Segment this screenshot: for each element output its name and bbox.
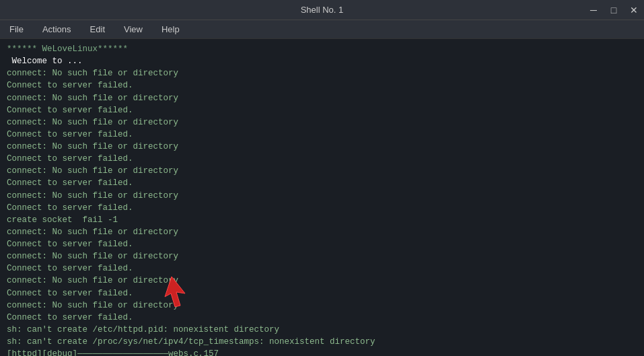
window-controls: ─ □ ✕: [583, 0, 644, 20]
terminal-line: connect: No such file or directory: [7, 275, 637, 287]
terminal-line: connect: No such file or directory: [7, 226, 637, 238]
minimize-button[interactable]: ─: [583, 0, 604, 20]
terminal-line: Connect to server failed.: [7, 262, 637, 275]
terminal-line: connect: No such file or directory: [7, 250, 637, 262]
menu-help[interactable]: Help: [157, 23, 184, 36]
terminal-line: connect: No such file or directory: [7, 116, 637, 129]
terminal-line: sh: can't create /etc/httpd.pid: nonexis…: [7, 324, 637, 336]
terminal-line: Connect to server failed.: [7, 312, 637, 324]
title-bar: Shell No. 1 ─ □ ✕: [0, 0, 644, 20]
terminal-line: Connect to server failed.: [7, 153, 637, 165]
terminal-line: Connect to server failed.: [7, 202, 637, 214]
terminal-line: connect: No such file or directory: [7, 299, 637, 312]
menu-actions[interactable]: Actions: [38, 23, 75, 36]
menu-bar: File Actions Edit View Help: [0, 20, 644, 39]
terminal-line: Connect to server failed.: [7, 129, 637, 141]
terminal-line: sh: can't create /proc/sys/net/ipv4/tcp_…: [7, 336, 637, 348]
terminal-area[interactable]: ****** WeLoveLinux****** Welcome to ...c…: [0, 39, 644, 356]
maximize-button[interactable]: □: [604, 0, 624, 20]
terminal-line: ****** WeLoveLinux******: [7, 43, 637, 55]
terminal-line: [httpd][debug]──────────────────webs.c,1…: [7, 348, 637, 356]
terminal-line: Welcome to ...: [7, 55, 637, 67]
close-button[interactable]: ✕: [624, 0, 644, 20]
window-title: Shell No. 1: [301, 5, 344, 15]
terminal-line: Connect to server failed.: [7, 238, 637, 250]
menu-view[interactable]: View: [120, 23, 147, 36]
terminal-line: connect: No such file or directory: [7, 67, 637, 79]
terminal-line: create socket fail -1: [7, 214, 637, 226]
menu-edit[interactable]: Edit: [86, 23, 109, 36]
terminal-line: Connect to server failed.: [7, 287, 637, 299]
terminal-line: Connect to server failed.: [7, 79, 637, 92]
terminal-line: Connect to server failed.: [7, 104, 637, 116]
terminal-line: Connect to server failed.: [7, 177, 637, 189]
terminal-line: connect: No such file or directory: [7, 165, 637, 177]
terminal-line: connect: No such file or directory: [7, 190, 637, 202]
menu-file[interactable]: File: [5, 23, 28, 36]
terminal-line: connect: No such file or directory: [7, 141, 637, 153]
terminal-line: connect: No such file or directory: [7, 92, 637, 104]
terminal-output: ****** WeLoveLinux****** Welcome to ...c…: [7, 43, 637, 356]
